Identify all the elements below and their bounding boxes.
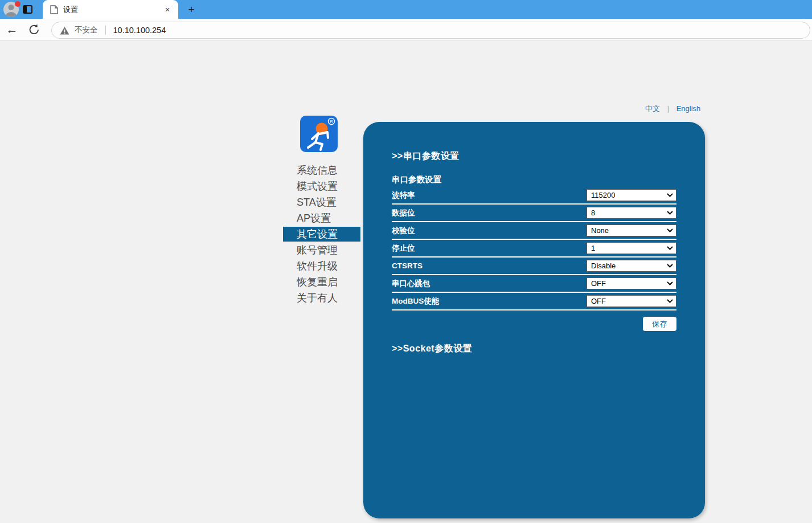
modbus-enable-select[interactable]: OFF [587, 295, 676, 307]
chevron-down-icon [667, 281, 673, 285]
serial-section-title: >>串口参数设置 [392, 150, 676, 162]
sidebar-item-sta-settings[interactable]: STA设置 [283, 195, 360, 210]
sidebar-item-about-usr[interactable]: 关于有人 [283, 291, 360, 305]
sidebar-item-account-management[interactable]: 账号管理 [283, 243, 360, 258]
browser-tab[interactable]: 设置 × [43, 0, 178, 19]
form-row-parity: 校验位 None [392, 222, 676, 240]
stop-bits-label: 停止位 [392, 243, 415, 254]
chevron-down-icon [667, 193, 673, 197]
refresh-icon [27, 23, 41, 36]
sidebar-item-mode-settings[interactable]: 模式设置 [283, 179, 360, 194]
chevron-down-icon [667, 246, 673, 250]
tab-close-icon[interactable]: × [162, 5, 173, 15]
form-row-serial-heartbeat: 串口心跳包 OFF [392, 275, 676, 293]
form-row-modbus: ModBUS使能 OFF [392, 293, 676, 310]
address-separator [105, 26, 106, 35]
sidebar-menu: 系统信息 模式设置 STA设置 AP设置 其它设置 账号管理 软件升级 恢复重启… [283, 162, 360, 307]
address-bar[interactable]: 不安全 10.10.100.254 [51, 22, 810, 39]
language-switch: 中文 | English [645, 104, 700, 114]
form-row-stop-bits: 停止位 1 [392, 240, 676, 258]
page-icon [50, 5, 58, 14]
chevron-down-icon [667, 264, 673, 268]
page-content: 中文 | English R 系统信息 模式设置 S [0, 41, 812, 523]
parity-label: 校验位 [392, 226, 415, 236]
chevron-down-icon [667, 228, 673, 232]
lang-chinese-link[interactable]: 中文 [645, 104, 660, 113]
data-bits-label: 数据位 [392, 208, 415, 218]
sidebar-item-other-settings[interactable]: 其它设置 [283, 227, 360, 242]
usr-running-man-icon: R [300, 116, 338, 152]
baud-rate-label: 波特率 [392, 190, 415, 201]
chevron-down-icon [667, 211, 673, 215]
browser-toolbar: ← 不安全 10.10.100.254 [0, 19, 812, 41]
tab-title: 设置 [63, 5, 162, 15]
ctsrts-select[interactable]: Disable [587, 260, 676, 272]
serial-heartbeat-label: 串口心跳包 [392, 279, 430, 289]
modbus-enable-label: ModBUS使能 [392, 296, 439, 307]
save-row: 保存 [392, 317, 676, 331]
url-text[interactable]: 10.10.100.254 [113, 26, 166, 35]
security-label[interactable]: 不安全 [75, 25, 98, 35]
data-bits-select[interactable]: 8 [587, 207, 676, 219]
serial-form: 波特率 115200 数据位 8 校验位 None [392, 187, 676, 310]
not-secure-warning-icon[interactable] [60, 26, 69, 35]
parity-select[interactable]: None [587, 224, 676, 236]
new-tab-button[interactable]: + [184, 3, 198, 17]
serial-subtitle: 串口参数设置 [392, 174, 676, 185]
socket-section-title: >>Socket参数设置 [392, 343, 676, 355]
workspaces-icon[interactable] [23, 5, 32, 14]
sidebar-item-ap-settings[interactable]: AP设置 [283, 211, 360, 226]
sidebar-item-system-info[interactable]: 系统信息 [283, 163, 360, 178]
browser-window: 设置 × + ← 不安全 10.10.100.254 中文 | [0, 0, 812, 523]
lang-english-link[interactable]: English [676, 104, 701, 113]
usr-logo: R [300, 116, 338, 152]
chevron-down-icon [667, 299, 673, 303]
svg-text:R: R [330, 119, 333, 124]
refresh-button[interactable] [27, 23, 41, 36]
form-row-data-bits: 数据位 8 [392, 205, 676, 222]
browser-titlebar: 设置 × + [0, 0, 812, 19]
form-row-ctsrts: CTSRTS Disable [392, 258, 676, 275]
sidebar-item-restore-restart[interactable]: 恢复重启 [283, 275, 360, 289]
notification-badge [15, 1, 20, 7]
save-button[interactable]: 保存 [643, 317, 676, 331]
sidebar-item-software-upgrade[interactable]: 软件升级 [283, 259, 360, 273]
ctsrts-label: CTSRTS [392, 262, 423, 270]
form-row-baud-rate: 波特率 115200 [392, 187, 676, 205]
settings-panel: >>串口参数设置 串口参数设置 波特率 115200 数据位 8 [363, 122, 705, 518]
lang-separator: | [667, 104, 669, 113]
baud-rate-select[interactable]: 115200 [587, 189, 676, 201]
back-button[interactable]: ← [3, 21, 20, 38]
serial-heartbeat-select[interactable]: OFF [587, 277, 676, 289]
stop-bits-select[interactable]: 1 [587, 242, 676, 254]
